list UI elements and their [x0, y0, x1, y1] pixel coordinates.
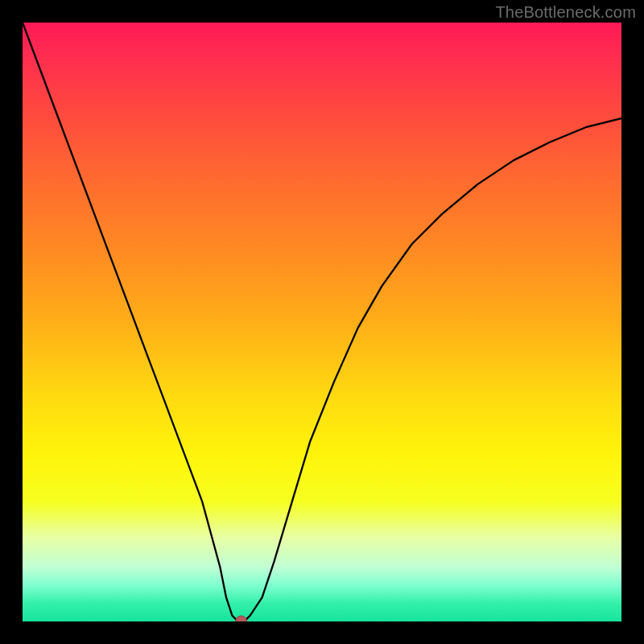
minimum-marker — [236, 616, 247, 621]
plot-area — [23, 23, 621, 621]
bottleneck-curve — [23, 23, 621, 621]
watermark-text: TheBottleneck.com — [495, 3, 636, 22]
chart-frame: TheBottleneck.com — [0, 0, 644, 644]
curve-layer — [23, 23, 621, 621]
